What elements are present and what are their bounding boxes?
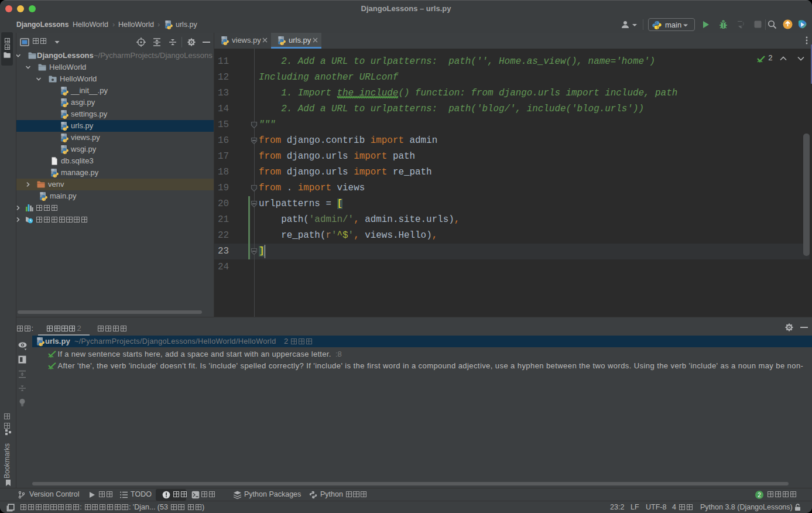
svg-text:2: 2 <box>758 492 761 498</box>
